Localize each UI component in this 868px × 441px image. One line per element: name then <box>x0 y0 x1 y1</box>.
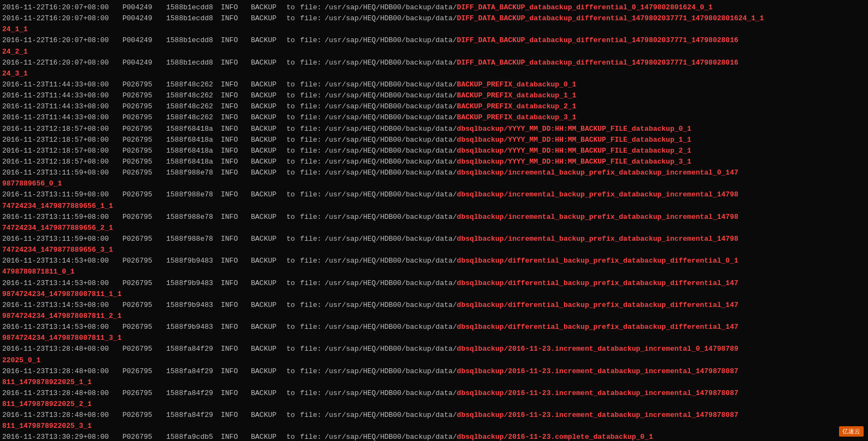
action: BACKUP <box>251 344 286 355</box>
continuation-text: 74724234_1479877889656_1_1 <box>2 202 113 210</box>
log-line: 2016-11-23T13:30:29+08:00 P026795 1588fa… <box>2 432 868 441</box>
file-keyword: file: <box>300 35 325 46</box>
file-keyword: file: <box>300 101 325 112</box>
hash: 1588f9b9483 <box>166 322 221 333</box>
file-keyword: file: <box>300 388 325 399</box>
level: INFO <box>221 90 251 101</box>
pid: P026795 <box>122 124 166 135</box>
path-highlight: DIFF_DATA_BACKUP_databackup_differential… <box>457 13 764 24</box>
file-keyword: file: <box>300 13 325 24</box>
path-base: /usr/sap/HEQ/HDB00/backup/data/ <box>325 35 457 46</box>
log-line: 2016-11-23T11:44:33+08:00 P026795 1588f4… <box>2 101 868 112</box>
pid: P004249 <box>122 13 166 24</box>
hash: 1588b1ecdd8 <box>166 13 221 24</box>
to: to <box>286 35 300 46</box>
log-line: 74724234_1479877889656_3_1 <box>2 245 868 256</box>
log-line: 2016-11-23T13:28:48+08:00 P026795 1588fa… <box>2 388 868 399</box>
level: INFO <box>221 57 251 68</box>
path-highlight: BACKUP_PREFIX_databackup_0_1 <box>457 79 576 90</box>
action: BACKUP <box>251 2 286 13</box>
pid: P026795 <box>122 212 166 223</box>
continuation-text: 811_1479878922025_1_1 <box>2 378 92 386</box>
hash: 1588f68418a <box>166 156 221 167</box>
file-keyword: file: <box>300 300 325 311</box>
log-line: 811_1479878922025_1_1 <box>2 377 868 388</box>
path-base: /usr/sap/HEQ/HDB00/backup/data/ <box>325 2 457 13</box>
file-keyword: file: <box>300 189 325 200</box>
hash: 1588f48c262 <box>166 101 221 112</box>
file-keyword: file: <box>300 112 325 123</box>
path-base: /usr/sap/HEQ/HDB00/backup/data/ <box>325 322 457 333</box>
level: INFO <box>221 300 251 311</box>
path-highlight: dbsqlbackup/differential_backup_prefix_d… <box>457 256 738 266</box>
log-line: 9877889656_0_1 <box>2 178 868 189</box>
hash: 1588fa84f29 <box>166 344 221 355</box>
continuation-text: 4798780871811_0_1 <box>2 268 75 276</box>
to: to <box>286 13 300 24</box>
log-line: 74724234_1479877889656_2_1 <box>2 223 868 234</box>
log-line: 2016-11-22T16:20:07+08:00 P004249 1588b1… <box>2 35 868 46</box>
path-highlight: dbsqlbackup/2016-11-23.increment_databac… <box>457 366 738 377</box>
pid: P026795 <box>122 410 166 421</box>
pid: P004249 <box>122 35 166 46</box>
to: to <box>286 2 300 13</box>
to: to <box>286 212 300 223</box>
to: to <box>286 167 300 178</box>
file-keyword: file: <box>300 2 325 13</box>
path-base: /usr/sap/HEQ/HDB00/backup/data/ <box>325 366 457 377</box>
log-line: 74724234_1479877889656_1_1 <box>2 201 868 212</box>
timestamp: 2016-11-23T13:28:48+08:00 <box>2 344 122 355</box>
continuation-text: 74724234_1479877889656_2_1 <box>2 224 113 232</box>
path-highlight: dbsqlbackup/incremental_backup_prefix_da… <box>457 234 738 245</box>
hash: 1588b1ecdd8 <box>166 2 221 13</box>
log-line: 2016-11-23T11:44:33+08:00 P026795 1588f4… <box>2 112 868 123</box>
path-base: /usr/sap/HEQ/HDB00/backup/data/ <box>325 112 457 123</box>
hash: 1588f988e78 <box>166 189 221 200</box>
log-line: 2016-11-23T12:18:57+08:00 P026795 1588f6… <box>2 124 868 135</box>
action: BACKUP <box>251 388 286 399</box>
log-line: 9874724234_1479878087811_3_1 <box>2 333 868 344</box>
level: INFO <box>221 278 251 289</box>
action: BACKUP <box>251 322 286 333</box>
path-highlight: dbsqlbackup/2016-11-23.increment_databac… <box>457 344 738 355</box>
hash: 1588f48c262 <box>166 112 221 123</box>
path-highlight: BACKUP_PREFIX_databackup_2_1 <box>457 101 576 112</box>
level: INFO <box>221 344 251 355</box>
hash: 1588f9b9483 <box>166 300 221 311</box>
level: INFO <box>221 432 251 441</box>
to: to <box>286 124 300 135</box>
file-keyword: file: <box>300 278 325 289</box>
level: INFO <box>221 212 251 223</box>
file-keyword: file: <box>300 410 325 421</box>
log-line: 2016-11-22T16:20:07+08:00 P004249 1588b1… <box>2 13 868 24</box>
action: BACKUP <box>251 410 286 421</box>
file-keyword: file: <box>300 79 325 90</box>
timestamp: 2016-11-23T12:18:57+08:00 <box>2 124 122 135</box>
action: BACKUP <box>251 212 286 223</box>
action: BACKUP <box>251 300 286 311</box>
path-base: /usr/sap/HEQ/HDB00/backup/data/ <box>325 90 457 101</box>
path-base: /usr/sap/HEQ/HDB00/backup/data/ <box>325 189 457 200</box>
timestamp: 2016-11-23T13:14:53+08:00 <box>2 322 122 333</box>
level: INFO <box>221 156 251 167</box>
timestamp: 2016-11-23T13:11:59+08:00 <box>2 167 122 178</box>
level: INFO <box>221 366 251 377</box>
path-base: /usr/sap/HEQ/HDB00/backup/data/ <box>325 234 457 245</box>
to: to <box>286 344 300 355</box>
log-line: 24_1_1 <box>2 24 868 35</box>
continuation-text: 24_3_1 <box>2 69 28 78</box>
timestamp: 2016-11-23T13:14:53+08:00 <box>2 278 122 289</box>
path-highlight: dbsqlbackup/differential_backup_prefix_d… <box>457 300 738 311</box>
path-highlight: DIFF_DATA_BACKUP_databackup_differential… <box>457 35 738 46</box>
hash: 1588fa84f29 <box>166 388 221 399</box>
hash: 1588f988e78 <box>166 212 221 223</box>
path-base: /usr/sap/HEQ/HDB00/backup/data/ <box>325 135 457 146</box>
hash: 1588b1ecdd8 <box>166 57 221 68</box>
path-highlight: dbsqlbackup/2016-11-23.complete_databack… <box>457 432 653 441</box>
pid: P026795 <box>122 101 166 112</box>
pid: P004249 <box>122 57 166 68</box>
timestamp: 2016-11-22T16:20:07+08:00 <box>2 35 122 46</box>
hash: 1588fa9cdb5 <box>166 432 221 441</box>
level: INFO <box>221 167 251 178</box>
timestamp: 2016-11-23T13:30:29+08:00 <box>2 432 122 441</box>
